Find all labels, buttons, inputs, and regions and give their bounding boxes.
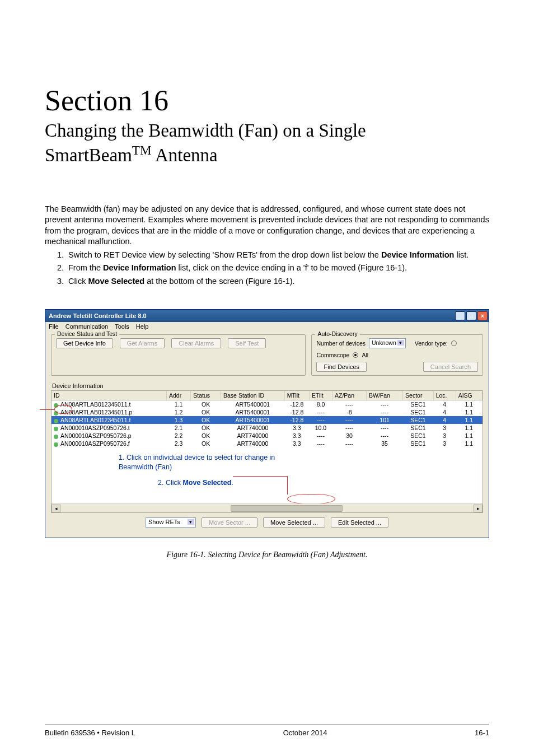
annotation-2: 2. Click Move Selected. [158,478,233,487]
vendor-label: Vendor type: [415,340,448,347]
window-title: Andrew Teletilt Controller Lite 8.0 [49,312,147,319]
menu-communication[interactable]: Communication [65,323,108,330]
menu-tools[interactable]: Tools [115,323,129,330]
section-label: Section 16 [45,84,489,117]
footer-right: 16-1 [475,729,489,737]
step-3: Click Move Selected at the bottom of the… [66,276,489,287]
device-table: IDAddrStatusBase Station IDMTiltETiltAZ/… [51,390,483,513]
edit-selected-button[interactable]: Edit Selected ... [331,517,388,528]
self-test-button[interactable]: Self Test [228,338,266,348]
table-row[interactable]: AN000010ASZP0950726.f2.3OKART7400003.3--… [51,440,483,447]
scroll-thumb[interactable] [231,505,343,512]
num-devices-label: Number of devices [316,340,366,347]
table-row[interactable]: AN08ARTLAB012345011.p1.2OKART5400001-12.… [51,408,483,416]
step-1: Switch to RET Device view by selecting '… [66,250,489,261]
callout-line-row [40,409,54,410]
clear-alarms-button[interactable]: Clear Alarms [171,338,221,348]
table-header[interactable]: Loc. [433,391,456,400]
show-rets-select[interactable]: Show RETs [146,517,196,528]
maximize-button[interactable]: □ [466,311,476,320]
vendor-commscope-text: Commscope [316,352,349,358]
cancel-search-button[interactable]: Cancel Search [423,362,478,372]
auto-discovery-legend: Auto-Discovery [315,330,359,337]
section-title: Changing the Beamwidth (Fan) on a Single… [45,119,489,167]
figure-caption: Figure 16-1. Selecting Device for Beamwi… [45,550,489,559]
table-header[interactable]: ID [51,391,167,400]
move-selected-button[interactable]: Move Selected ... [263,517,325,528]
vendor-all-text: All [362,352,368,358]
table-header[interactable]: Addr [167,391,191,400]
vendor-commscope-radio[interactable] [451,340,457,346]
vendor-all-radio[interactable] [353,352,358,358]
footer-left: Bulletin 639536 • Revision L [45,729,135,737]
window-titlebar: Andrew Teletilt Controller Lite 8.0 _ □ … [45,310,489,322]
horizontal-scrollbar[interactable]: ◂ ▸ [51,503,483,512]
device-information-label: Device Information [52,382,482,389]
scroll-right-icon[interactable]: ▸ [474,505,483,512]
table-row[interactable]: AN08ARTLAB012345011.t1.1OKART5400001-12.… [51,400,483,409]
menubar: File Communication Tools Help [45,322,489,331]
get-device-info-button[interactable]: Get Device Info [56,338,113,348]
table-header[interactable]: BW/Fan [367,391,403,400]
scroll-left-icon[interactable]: ◂ [51,505,60,512]
get-alarms-button[interactable]: Get Alarms [120,338,165,348]
annotation-1: 1. Click on individual device to select … [119,453,320,472]
table-header[interactable]: MTilt [284,391,309,400]
menu-file[interactable]: File [49,323,59,330]
table-header[interactable]: Sector [403,391,434,400]
menu-help[interactable]: Help [136,323,149,330]
callout-circle-row [54,405,72,414]
intro-paragraph: The Beamwidth (fan) may be adjusted on a… [45,204,489,248]
table-row[interactable]: AN000010ASZP0950726.p2.2OKART7400003.3--… [51,432,483,440]
device-status-legend: Device Status and Test [55,330,119,337]
table-header[interactable]: AISG [456,391,482,400]
find-devices-button[interactable]: Find Devices [316,362,367,372]
table-header[interactable]: ETilt [309,391,332,400]
step-2: From the Device Information list, click … [66,263,489,274]
minimize-button[interactable]: _ [455,311,465,320]
num-devices-select[interactable]: Unknown [369,338,406,348]
table-header[interactable]: AZ/Pan [332,391,367,400]
footer-center: October 2014 [283,729,327,737]
table-row[interactable]: AN000010ASZP0950726.t2.1OKART7400003.310… [51,424,483,432]
table-header[interactable]: Status [191,391,221,400]
app-window: Andrew Teletilt Controller Lite 8.0 _ □ … [45,309,489,538]
page-footer: Bulletin 639536 • Revision L October 201… [45,725,489,737]
table-header[interactable]: Base Station ID [221,391,285,400]
table-row[interactable]: AN08ARTLAB012345011.f1.3OKART5400001-12.… [51,416,483,424]
step-list: Switch to RET Device view by selecting '… [45,250,489,287]
close-button[interactable]: × [477,311,488,320]
move-sector-button[interactable]: Move Sector ... [202,517,257,528]
